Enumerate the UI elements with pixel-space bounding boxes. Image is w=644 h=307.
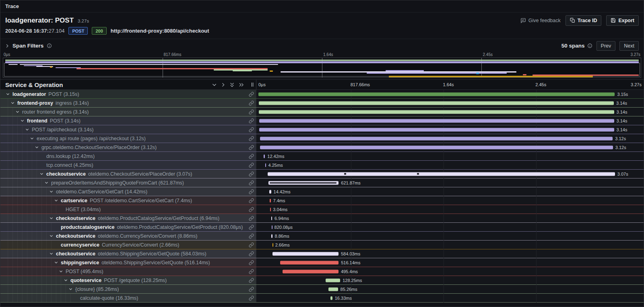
span-row[interactable]: {closure} (85.26ms)85.26ms bbox=[0, 285, 644, 294]
span-row[interactable]: checkoutserviceoteldemo.CurrencyService/… bbox=[0, 232, 644, 241]
span-bar-cell[interactable]: 6.94ms bbox=[256, 214, 644, 222]
span-name-cell[interactable]: currencyserviceCurrencyService/Convert (… bbox=[0, 241, 256, 249]
expand-chevron-icon[interactable] bbox=[64, 278, 68, 282]
span-link-icon[interactable] bbox=[249, 189, 254, 194]
span-link-icon[interactable] bbox=[249, 216, 254, 221]
span-name-cell[interactable]: oteldemo.CartService/GetCart (14.42ms) bbox=[0, 187, 256, 196]
span-name-cell[interactable]: quoteservicePOST /getquote (128.25ms) bbox=[0, 276, 256, 284]
span-name-cell[interactable]: productcatalogserviceoteldemo.ProductCat… bbox=[0, 223, 256, 231]
span-bar-cell[interactable]: 3.14s bbox=[256, 125, 644, 134]
span-link-icon[interactable] bbox=[249, 269, 254, 274]
span-name-cell[interactable]: prepareOrderItemsAndShippingQuoteFromCar… bbox=[0, 178, 256, 187]
span-bar[interactable] bbox=[272, 243, 273, 247]
span-row[interactable]: router frontend egress (3.14s)3.14s bbox=[0, 108, 644, 116]
info-icon[interactable] bbox=[587, 43, 592, 48]
info-icon[interactable] bbox=[47, 43, 52, 48]
span-filters-toggle[interactable]: Span Filters bbox=[5, 43, 52, 49]
span-bar-cell[interactable]: 3.14s bbox=[256, 99, 644, 107]
span-link-icon[interactable] bbox=[249, 127, 254, 132]
span-bar-cell[interactable]: 820.08μs bbox=[256, 223, 644, 231]
expand-chevron-icon[interactable] bbox=[50, 190, 54, 193]
span-link-icon[interactable] bbox=[249, 286, 254, 292]
span-row[interactable]: grpc.oteldemo.CheckoutService/PlaceOrder… bbox=[0, 143, 644, 152]
span-bar[interactable] bbox=[272, 225, 272, 229]
span-name-cell[interactable]: calculate-quote (16.33ms) bbox=[0, 294, 256, 302]
span-row[interactable]: frontendPOST (3.14s)3.14s bbox=[0, 116, 644, 125]
span-bar[interactable] bbox=[264, 154, 265, 158]
span-bar[interactable] bbox=[270, 207, 271, 211]
span-name-cell[interactable]: checkoutserviceoteldemo.ProductCatalogSe… bbox=[0, 214, 256, 222]
span-link-icon[interactable] bbox=[249, 242, 254, 247]
span-link-icon[interactable] bbox=[249, 154, 254, 159]
span-bar[interactable] bbox=[271, 234, 272, 238]
expand-chevron-icon[interactable] bbox=[35, 145, 39, 149]
span-bar[interactable] bbox=[265, 163, 266, 167]
span-name-cell[interactable]: frontendPOST (3.14s) bbox=[0, 116, 256, 125]
span-bar[interactable] bbox=[271, 216, 272, 220]
span-name-cell[interactable]: grpc.oteldemo.CheckoutService/PlaceOrder… bbox=[0, 143, 256, 151]
span-link-icon[interactable] bbox=[249, 278, 254, 283]
span-row[interactable]: checkoutserviceoteldemo.CheckoutService/… bbox=[0, 170, 644, 178]
span-bar[interactable] bbox=[328, 287, 338, 291]
span-row[interactable]: cartservicePOST /oteldemo.CartService/Ge… bbox=[0, 196, 644, 205]
span-bar-cell[interactable]: 8.86ms bbox=[256, 232, 644, 240]
span-link-icon[interactable] bbox=[249, 251, 254, 256]
span-bar[interactable] bbox=[268, 172, 615, 176]
span-bar[interactable] bbox=[272, 252, 339, 255]
span-row[interactable]: dns.lookup (12.42ms)12.42ms bbox=[0, 152, 644, 161]
span-bar[interactable] bbox=[270, 199, 270, 202]
span-row[interactable]: POST (495.4ms)495.4ms bbox=[0, 267, 644, 276]
give-feedback-link[interactable]: Give feedback bbox=[520, 18, 561, 23]
span-link-icon[interactable] bbox=[249, 109, 254, 114]
span-row[interactable]: prepareOrderItemsAndShippingQuoteFromCar… bbox=[0, 178, 644, 187]
span-name-cell[interactable]: checkoutserviceoteldemo.CurrencyService/… bbox=[0, 232, 256, 240]
span-bar[interactable] bbox=[260, 145, 613, 149]
expand-chevron-icon[interactable] bbox=[54, 261, 58, 264]
span-name-cell[interactable]: loadgeneratorPOST (3.15s) bbox=[0, 90, 256, 98]
span-bar[interactable] bbox=[260, 137, 613, 140]
span-row[interactable]: checkoutserviceoteldemo.ProductCatalogSe… bbox=[0, 214, 644, 223]
span-bar-cell[interactable]: 3.12s bbox=[256, 143, 644, 151]
span-bar[interactable] bbox=[259, 128, 614, 131]
span-bar[interactable] bbox=[330, 296, 332, 300]
span-bar-cell[interactable]: 621.87ms bbox=[256, 178, 644, 187]
span-bar-cell[interactable]: 4.25ms bbox=[256, 161, 644, 169]
span-bar-cell[interactable]: 14.42ms bbox=[256, 187, 644, 196]
span-bar[interactable] bbox=[258, 92, 615, 96]
span-row[interactable]: tcp.connect (4.25ms)4.25ms bbox=[0, 161, 644, 170]
span-row[interactable]: calculate-quote (16.33ms)16.33ms bbox=[0, 294, 644, 303]
expand-chevron-icon[interactable] bbox=[50, 234, 54, 238]
trace-minimap[interactable]: 0μs 817.66ms 1.64s 2.45s 3.27s bbox=[0, 52, 644, 78]
chevron-right-icon[interactable] bbox=[221, 83, 225, 87]
panel-resize-handle[interactable] bbox=[252, 83, 254, 87]
span-link-icon[interactable] bbox=[249, 233, 254, 239]
expand-chevron-icon[interactable] bbox=[11, 101, 15, 105]
span-bar[interactable] bbox=[326, 278, 340, 282]
span-bar-cell[interactable]: 3.14s bbox=[256, 116, 644, 125]
expand-chevron-icon[interactable] bbox=[59, 270, 63, 273]
span-bar[interactable] bbox=[283, 270, 339, 273]
span-link-icon[interactable] bbox=[249, 224, 254, 230]
span-bar-cell[interactable]: 128.25ms bbox=[256, 276, 644, 284]
span-link-icon[interactable] bbox=[249, 118, 254, 123]
span-name-cell[interactable]: checkoutserviceoteldemo.CheckoutService/… bbox=[0, 170, 256, 178]
expand-chevron-icon[interactable] bbox=[40, 172, 44, 176]
span-bar[interactable] bbox=[280, 261, 339, 264]
span-bar-cell[interactable]: 3.14s bbox=[256, 108, 644, 116]
span-bar[interactable] bbox=[259, 119, 614, 122]
span-name-cell[interactable]: POST /api/checkout (3.14s) bbox=[0, 125, 256, 134]
expand-chevron-icon[interactable] bbox=[21, 119, 25, 122]
expand-chevron-icon[interactable] bbox=[30, 137, 34, 140]
span-link-icon[interactable] bbox=[249, 180, 254, 185]
expand-chevron-icon[interactable] bbox=[25, 128, 29, 131]
span-name-cell[interactable]: cartservicePOST /oteldemo.CartService/Ge… bbox=[0, 196, 256, 205]
span-row[interactable]: oteldemo.CartService/GetCart (14.42ms)14… bbox=[0, 187, 644, 196]
expand-chevron-icon[interactable] bbox=[45, 181, 49, 185]
span-link-icon[interactable] bbox=[249, 136, 254, 141]
span-bar-cell[interactable]: 3.07s bbox=[256, 170, 644, 178]
span-link-icon[interactable] bbox=[249, 207, 254, 212]
span-name-cell[interactable]: POST (495.4ms) bbox=[0, 267, 256, 276]
expand-chevron-icon[interactable] bbox=[54, 199, 58, 202]
span-name-cell[interactable]: frontend-proxyingress (3.14s) bbox=[0, 99, 256, 107]
span-bar[interactable] bbox=[259, 110, 614, 114]
